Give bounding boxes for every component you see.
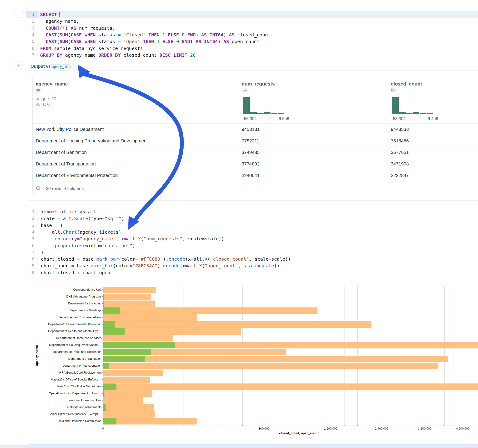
active-line-highlight: [26, 11, 478, 18]
gridline: [242, 286, 243, 425]
collapse-chevron-icon[interactable]: ⌄: [35, 224, 38, 227]
x-tick: [331, 425, 331, 426]
hist-bar: [413, 112, 419, 114]
x-tick-label: 0: [87, 427, 119, 431]
line-number: 4: [26, 229, 34, 236]
code-line[interactable]: .encode(y="agency_name", x=alt.X("num_re…: [41, 236, 224, 242]
chart-bar-open_count: [103, 418, 116, 424]
code-line[interactable]: base = (: [41, 222, 63, 229]
table-cell: 7782211: [242, 135, 259, 147]
code-line[interactable]: .properties(width="container"): [41, 243, 135, 249]
table-row: Department of Environmental Protection22…: [32, 170, 478, 181]
x-tick: [393, 425, 393, 426]
code-line[interactable]: alt.Chart(agency_tickets): [41, 229, 121, 236]
table-row: Department of Housing Preservation and D…: [32, 135, 478, 147]
hist-bar: [392, 97, 399, 114]
x-tick: [283, 425, 283, 426]
collapse-chevron-icon[interactable]: ⌄: [35, 13, 38, 16]
table-cell: Department of Transportation: [36, 158, 96, 170]
y-axis-label: Refunds and Adjustments: [26, 405, 101, 409]
x-tick: [404, 425, 404, 426]
x-tick: [264, 425, 264, 426]
gridline: [183, 286, 184, 425]
y-axis-label: Department for the Aging: [26, 301, 101, 305]
gridline: [472, 286, 472, 425]
chart-bar-open_count: [103, 294, 104, 300]
table-cell: 2222847: [391, 170, 409, 181]
chart-bar-open_count: [103, 404, 106, 411]
table-cell: Department of Sanitation: [36, 147, 87, 158]
table-cell: 3471908: [391, 158, 409, 170]
code-line[interactable]: COUNT(*) AS num_requests,: [40, 25, 115, 31]
line-number: 3: [26, 222, 34, 229]
output-variable-pill[interactable]: agency_tickets: [50, 64, 71, 69]
code-line[interactable]: agency_name,: [40, 18, 79, 25]
x-tick-label: 2,400,000: [365, 427, 398, 431]
y-axis-label: Correspondence Unit: [26, 288, 101, 292]
chart-bar-closed_count: [103, 294, 151, 300]
code-line[interactable]: FROM sample_data.nyc.service_requests: [40, 45, 143, 52]
add-cell-button-mid[interactable]: +: [14, 61, 23, 70]
gridline: [300, 286, 300, 425]
hist-bar: [427, 113, 433, 114]
gridline: [393, 286, 393, 425]
x-tick: [425, 425, 425, 426]
y-axis-label: DHS Advantage Programs: [26, 294, 101, 299]
code-line[interactable]: chart_closed = base.mark_bar(color="#FFC…: [41, 256, 291, 262]
code-line[interactable]: SELECT: [40, 11, 60, 18]
chart-bar-open_count: [103, 384, 116, 390]
code-line[interactable]: CAST(SUM(CASE WHEN status = 'Closed' THE…: [40, 31, 273, 38]
row-count-text: 20 rows, 4 columns: [46, 186, 84, 191]
line-number: 2: [26, 18, 34, 25]
x-tick: [217, 425, 217, 426]
code-line[interactable]: import altair as alt: [41, 209, 96, 215]
y-axis-label: Department of Transportation: [26, 364, 101, 368]
table-cell: 3749485: [242, 147, 260, 158]
gridline: [463, 286, 463, 425]
table-row: New York City Police Department945313194…: [32, 124, 478, 135]
chart-bar-open_count: [103, 300, 104, 307]
column-header[interactable]: num_requests: [242, 81, 275, 87]
gridline: [217, 286, 217, 425]
line-number: 2: [26, 215, 34, 222]
gridline: [264, 286, 264, 425]
line-number: 1: [26, 11, 34, 18]
add-cell-button-top[interactable]: +: [14, 9, 24, 18]
chart-bar-closed_count: [103, 377, 150, 383]
line-number: 5: [26, 236, 34, 242]
y-axis-label: Department of Health and Mental Hyg…: [26, 329, 101, 333]
table-cell: 3774892: [242, 158, 260, 170]
chart-bar-open_count: [103, 328, 125, 335]
chart-bar-open_count: [103, 349, 151, 355]
code-line[interactable]: scale = alt.Scale(type="sqrt"): [41, 215, 124, 222]
table-row: Department of Transportation377489234719…: [32, 158, 478, 170]
x-tick-label: 800,000: [248, 427, 280, 431]
column-header[interactable]: agency_name: [36, 81, 68, 87]
gridline: [344, 286, 345, 425]
x-tick: [453, 425, 454, 426]
line-number: 4: [26, 31, 34, 38]
line-number: 7: [26, 249, 34, 256]
chart-bar-open_count: [103, 363, 109, 369]
code-line[interactable]: GROUP BY agency_name ORDER BY closed_cou…: [40, 52, 195, 59]
chart-bar-closed_count: [103, 384, 478, 390]
hist-bar: [264, 112, 270, 114]
chart-bar-closed_count: [103, 356, 448, 362]
x-tick-label: 1,600,000: [314, 427, 347, 431]
hist-bar: [278, 113, 284, 114]
code-line[interactable]: chart_open = base.mark_bar(color="#8BC34…: [41, 262, 280, 269]
search-icon[interactable]: [36, 186, 40, 190]
table-cell: 9443533: [391, 124, 409, 135]
x-tick-label: 3,200,000: [409, 427, 441, 431]
column-header[interactable]: closed_count: [391, 81, 422, 87]
sql-cell: 1⌄SELECT 2 agency_name,3 COUNT(*) AS num…: [26, 8, 478, 200]
chart-bar-closed_count: [103, 404, 154, 411]
table-cell: 9453131: [242, 124, 260, 135]
code-line[interactable]: CAST(SUM(CASE WHEN status = 'Open' THEN …: [40, 38, 259, 45]
dataframe-preview: agency_name str unique: 20 nulls: 0 num_…: [32, 77, 478, 195]
x-tick: [382, 425, 382, 426]
code-line[interactable]: chart_closed + chart_open: [41, 269, 110, 276]
y-axis-label: Department of Consumer Affairs: [26, 315, 101, 319]
code-line[interactable]: ): [41, 249, 44, 256]
x-tick: [415, 425, 415, 426]
